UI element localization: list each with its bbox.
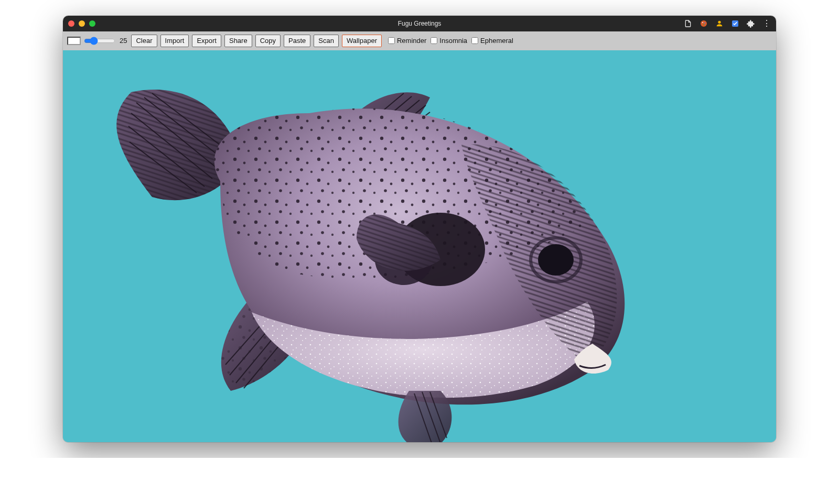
document-icon[interactable] <box>684 19 692 28</box>
brush-size-slider[interactable] <box>84 36 115 46</box>
titlebar: Fugu Greetings ⋮ <box>63 16 776 31</box>
toolbar: 25 Clear Import Export Share Copy Paste … <box>63 31 776 50</box>
toolbar-checkboxes: Reminder Insomnia Ephemeral <box>388 37 513 45</box>
wallpaper-button[interactable]: Wallpaper <box>342 35 382 47</box>
minimize-window-button[interactable] <box>79 20 85 27</box>
export-button[interactable]: Export <box>192 35 221 47</box>
person-icon[interactable] <box>715 19 724 28</box>
window-title: Fugu Greetings <box>63 20 776 27</box>
titlebar-right-icons: ⋮ <box>684 19 771 28</box>
svg-point-2 <box>704 23 705 24</box>
checkbox-icon[interactable] <box>731 19 739 28</box>
fugu-fish-image <box>63 50 776 442</box>
svg-point-1 <box>702 22 703 23</box>
reminder-label: Reminder <box>397 37 426 45</box>
close-window-button[interactable] <box>68 20 74 27</box>
menu-icon[interactable]: ⋮ <box>762 19 771 28</box>
copy-button[interactable]: Copy <box>255 35 281 47</box>
share-button[interactable]: Share <box>224 35 252 47</box>
scan-button[interactable]: Scan <box>314 35 339 47</box>
ephemeral-label: Ephemeral <box>480 37 513 45</box>
ephemeral-checkbox-wrap[interactable]: Ephemeral <box>471 37 513 45</box>
ephemeral-checkbox[interactable] <box>471 37 478 44</box>
puzzle-icon[interactable] <box>747 19 755 28</box>
window-controls <box>68 20 95 27</box>
canvas[interactable] <box>63 50 776 442</box>
art-palette-icon[interactable] <box>700 19 708 28</box>
reminder-checkbox[interactable] <box>388 37 395 44</box>
insomnia-checkbox-wrap[interactable]: Insomnia <box>431 37 467 45</box>
brush-size-value: 25 <box>120 37 127 45</box>
maximize-window-button[interactable] <box>89 20 95 27</box>
color-swatch[interactable] <box>67 37 81 45</box>
clear-button[interactable]: Clear <box>131 35 157 47</box>
svg-point-3 <box>703 24 704 25</box>
svg-point-4 <box>718 21 720 24</box>
reminder-checkbox-wrap[interactable]: Reminder <box>388 37 426 45</box>
svg-point-17 <box>538 244 574 276</box>
insomnia-label: Insomnia <box>439 37 467 45</box>
insomnia-checkbox[interactable] <box>431 37 437 44</box>
paste-button[interactable]: Paste <box>284 35 310 47</box>
app-window: Fugu Greetings ⋮ 25 Clear Import <box>63 16 776 442</box>
import-button[interactable]: Import <box>160 35 189 47</box>
svg-point-0 <box>701 20 707 27</box>
